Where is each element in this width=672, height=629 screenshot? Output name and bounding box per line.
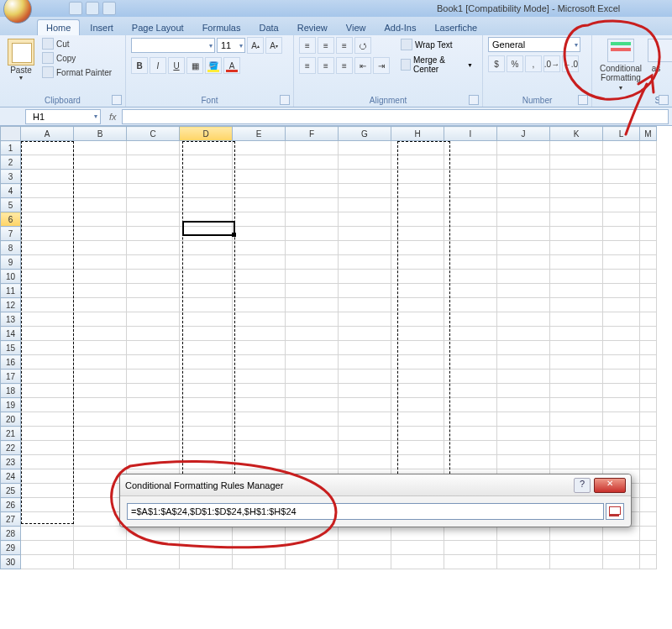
row-header-24[interactable]: 24 [1,469,21,484]
cell-K15[interactable] [550,341,603,355]
cell-A2[interactable] [21,155,74,170]
cell-M21[interactable] [640,427,657,441]
cell-I4[interactable] [444,184,497,198]
cell-B19[interactable] [74,398,127,412]
copy-button[interactable]: Copy [40,51,113,65]
cell-F28[interactable] [286,527,339,541]
cell-I17[interactable] [444,370,497,384]
fill-color-button[interactable]: 🪣 [205,57,222,74]
cell-C28[interactable] [127,527,180,541]
row-header-2[interactable]: 2 [1,155,21,170]
cell-B20[interactable] [74,412,127,427]
cell-F8[interactable] [286,241,339,255]
cell-E21[interactable] [233,427,286,441]
col-header-A[interactable]: A [21,127,74,141]
cell-D10[interactable] [180,270,233,284]
cell-J18[interactable] [497,384,550,398]
font-color-button[interactable]: A [223,57,240,74]
cell-I11[interactable] [444,284,497,298]
align-center-button[interactable]: ≡ [318,57,334,74]
cell-L17[interactable] [603,370,640,384]
cell-J21[interactable] [497,427,550,441]
cell-F9[interactable] [286,255,339,270]
cell-G13[interactable] [339,312,391,327]
cell-L23[interactable] [603,455,640,469]
cell-K4[interactable] [550,184,603,198]
row-header-1[interactable]: 1 [1,141,21,155]
dialog-close-button[interactable]: ✕ [594,478,626,493]
cell-E10[interactable] [233,270,286,284]
cell-F20[interactable] [286,412,339,427]
cell-A29[interactable] [21,541,74,555]
cell-G7[interactable] [339,227,391,241]
cell-D12[interactable] [180,298,233,312]
cell-C15[interactable] [127,341,180,355]
cell-E4[interactable] [233,184,286,198]
cell-G1[interactable] [339,141,391,155]
cell-F2[interactable] [286,155,339,170]
cell-K6[interactable] [550,212,603,227]
cell-H17[interactable] [391,370,444,384]
cell-M7[interactable] [640,227,657,241]
cell-M25[interactable] [640,484,657,498]
cell-G3[interactable] [339,170,391,184]
formula-bar[interactable] [122,109,669,124]
cell-I14[interactable] [444,327,497,341]
cell-M3[interactable] [640,170,657,184]
cell-G15[interactable] [339,341,391,355]
number-format-combo[interactable]: General [488,37,580,52]
cell-A17[interactable] [21,370,74,384]
cell-K16[interactable] [550,355,603,370]
cell-J7[interactable] [497,227,550,241]
tab-data[interactable]: Data [250,20,286,35]
cell-C9[interactable] [127,255,180,270]
cell-B17[interactable] [74,370,127,384]
cell-F3[interactable] [286,170,339,184]
cell-K19[interactable] [550,398,603,412]
applies-to-input[interactable] [127,503,604,520]
row-header-15[interactable]: 15 [1,341,21,355]
row-header-13[interactable]: 13 [1,312,21,327]
cell-I28[interactable] [444,527,497,541]
cell-A11[interactable] [21,284,74,298]
cell-M16[interactable] [640,355,657,370]
row-header-17[interactable]: 17 [1,370,21,384]
row-header-11[interactable]: 11 [1,284,21,298]
cell-C16[interactable] [127,355,180,370]
cell-A10[interactable] [21,270,74,284]
fx-label[interactable]: fx [109,112,117,122]
align-top-button[interactable]: ≡ [299,37,316,54]
cell-G19[interactable] [339,398,391,412]
cell-A26[interactable] [21,498,74,512]
col-header-H[interactable]: H [391,127,444,141]
cell-F11[interactable] [286,284,339,298]
cell-E2[interactable] [233,155,286,170]
cell-F16[interactable] [286,355,339,370]
align-right-button[interactable]: ≡ [336,57,353,74]
font-face-combo[interactable] [131,38,215,53]
cell-M12[interactable] [640,298,657,312]
cell-I16[interactable] [444,355,497,370]
cell-K5[interactable] [550,198,603,212]
cell-M15[interactable] [640,341,657,355]
cell-D22[interactable] [180,441,233,455]
cell-L13[interactable] [603,312,640,327]
row-header-30[interactable]: 30 [1,555,21,569]
conditional-formatting-button[interactable]: Conditional Formatting ▼ [597,37,644,92]
cell-A8[interactable] [21,241,74,255]
cell-B7[interactable] [74,227,127,241]
row-header-10[interactable]: 10 [1,270,21,284]
cell-I3[interactable] [444,170,497,184]
cell-A3[interactable] [21,170,74,184]
cell-I7[interactable] [444,227,497,241]
range-picker-button[interactable] [606,503,624,520]
cell-D9[interactable] [180,255,233,270]
cell-J9[interactable] [497,255,550,270]
cell-M2[interactable] [640,155,657,170]
cell-B18[interactable] [74,384,127,398]
col-header-B[interactable]: B [74,127,127,141]
cell-B30[interactable] [74,555,127,569]
cell-E6[interactable] [233,212,286,227]
cell-H29[interactable] [391,541,444,555]
cell-G16[interactable] [339,355,391,370]
